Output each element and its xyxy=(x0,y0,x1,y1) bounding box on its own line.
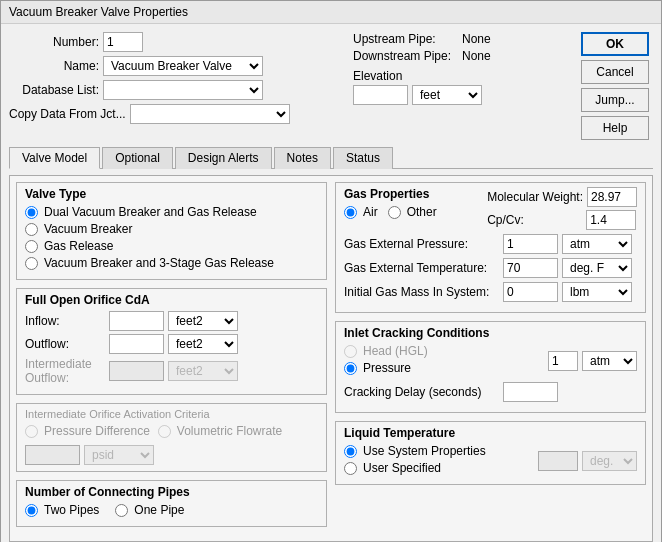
intermediate-unit-select[interactable]: feet2 xyxy=(168,361,238,381)
tab-bar: Valve Model Optional Design Alerts Notes… xyxy=(9,146,653,169)
volumetric-label: Volumetric Flowrate xyxy=(177,424,282,438)
head-hgl-option[interactable]: Head (HGL) xyxy=(344,344,540,358)
inflow-label: Inflow: xyxy=(25,314,105,328)
downstream-value: None xyxy=(462,49,491,63)
one-pipe-option[interactable]: One Pipe xyxy=(115,503,184,517)
liquid-temp-input[interactable] xyxy=(538,451,578,471)
elevation-label: Elevation xyxy=(353,69,573,83)
inlet-cracking-section: Inlet Cracking Conditions Head (HGL) Pre… xyxy=(335,321,646,413)
ext-temp-input[interactable] xyxy=(503,258,558,278)
number-input[interactable] xyxy=(103,32,143,52)
system-label: Use System Properties xyxy=(363,444,486,458)
copy-label: Copy Data From Jct... xyxy=(9,107,126,121)
cancel-button[interactable]: Cancel xyxy=(581,60,649,84)
pressure-diff-label: Pressure Difference xyxy=(44,424,150,438)
name-select[interactable]: Vacuum Breaker Valve xyxy=(103,56,263,76)
db-select[interactable] xyxy=(103,80,263,100)
volumetric-option[interactable]: Volumetric Flowrate xyxy=(158,424,282,438)
main-panel: Valve Type Dual Vacuum Breaker and Gas R… xyxy=(9,175,653,542)
valve-type-section: Valve Type Dual Vacuum Breaker and Gas R… xyxy=(16,182,327,280)
other-option[interactable]: Other xyxy=(388,205,437,219)
dialog-window: Vacuum Breaker Valve Properties Number: … xyxy=(0,0,662,542)
gas-properties-section: Gas Properties Air Other xyxy=(335,182,646,313)
mol-weight-label: Molecular Weight: xyxy=(487,190,583,204)
db-label: Database List: xyxy=(9,83,99,97)
air-option[interactable]: Air xyxy=(344,205,378,219)
cracking-delay-input[interactable] xyxy=(503,382,558,402)
ext-temp-unit[interactable]: deg. F xyxy=(562,258,632,278)
ext-pressure-input[interactable] xyxy=(503,234,558,254)
dialog-title: Vacuum Breaker Valve Properties xyxy=(9,5,188,19)
cp-cv-label: Cp/Cv: xyxy=(487,213,582,227)
intermediate-input[interactable] xyxy=(109,361,164,381)
intermediate-label: IntermediateOutflow: xyxy=(25,357,105,385)
inlet-cracking-title: Inlet Cracking Conditions xyxy=(344,326,637,340)
tab-design-alerts[interactable]: Design Alerts xyxy=(175,147,272,169)
outflow-input[interactable] xyxy=(109,334,164,354)
inflow-input[interactable] xyxy=(109,311,164,331)
upstream-value: None xyxy=(462,32,491,46)
outflow-unit-select[interactable]: feet2 xyxy=(168,334,238,354)
title-bar: Vacuum Breaker Valve Properties xyxy=(1,1,661,24)
outflow-label: Outflow: xyxy=(25,337,105,351)
jump-button[interactable]: Jump... xyxy=(581,88,649,112)
copy-select[interactable] xyxy=(130,104,290,124)
valve-type-option-1[interactable]: Vacuum Breaker xyxy=(25,222,318,236)
number-label: Number: xyxy=(9,35,99,49)
mol-weight-input[interactable] xyxy=(587,187,637,207)
valve-type-option-0[interactable]: Dual Vacuum Breaker and Gas Release xyxy=(25,205,318,219)
help-button[interactable]: Help xyxy=(581,116,649,140)
user-label: User Specified xyxy=(363,461,441,475)
upstream-label: Upstream Pipe: xyxy=(353,32,458,46)
init-mass-input[interactable] xyxy=(503,282,558,302)
air-label: Air xyxy=(363,205,378,219)
tab-optional[interactable]: Optional xyxy=(102,147,173,169)
activation-unit-select[interactable]: psid xyxy=(84,445,154,465)
pressure-cracking-option[interactable]: Pressure xyxy=(344,361,540,375)
elevation-unit-select[interactable]: feet xyxy=(412,85,482,105)
user-specified-option[interactable]: User Specified xyxy=(344,461,530,475)
cp-cv-input[interactable] xyxy=(586,210,636,230)
pressure-diff-option[interactable]: Pressure Difference xyxy=(25,424,150,438)
orifice-title: Full Open Orifice CdA xyxy=(25,293,318,307)
valve-type-title: Valve Type xyxy=(25,187,318,201)
liquid-temp-unit[interactable]: deg. F xyxy=(582,451,637,471)
tab-status[interactable]: Status xyxy=(333,147,393,169)
elevation-input[interactable] xyxy=(353,85,408,105)
downstream-label: Downstream Pipe: xyxy=(353,49,458,63)
init-mass-unit[interactable]: lbm xyxy=(562,282,632,302)
pressure-cracking-label: Pressure xyxy=(363,361,411,375)
liquid-temp-section: Liquid Temperature Use System Properties… xyxy=(335,421,646,485)
two-pipes-option[interactable]: Two Pipes xyxy=(25,503,99,517)
valve-type-option-2[interactable]: Gas Release xyxy=(25,239,318,253)
cracking-delay-label: Cracking Delay (seconds) xyxy=(344,385,499,399)
init-mass-label: Initial Gas Mass In System: xyxy=(344,285,499,299)
head-label: Head (HGL) xyxy=(363,344,428,358)
orifice-section: Full Open Orifice CdA Inflow: feet2 Outf… xyxy=(16,288,327,395)
cracking-unit-select[interactable]: atm xyxy=(582,351,637,371)
ok-button[interactable]: OK xyxy=(581,32,649,56)
valve-type-option-3[interactable]: Vacuum Breaker and 3-Stage Gas Release xyxy=(25,256,318,270)
connecting-pipes-title: Number of Connecting Pipes xyxy=(25,485,318,499)
liquid-temp-title: Liquid Temperature xyxy=(344,426,637,440)
activation-value-input[interactable] xyxy=(25,445,80,465)
use-system-option[interactable]: Use System Properties xyxy=(344,444,530,458)
inflow-unit-select[interactable]: feet2 xyxy=(168,311,238,331)
tab-valve-model[interactable]: Valve Model xyxy=(9,147,100,169)
ext-pressure-unit[interactable]: atm xyxy=(562,234,632,254)
activation-section: Intermediate Orifice Activation Criteria… xyxy=(16,403,327,472)
ext-pressure-label: Gas External Pressure: xyxy=(344,237,499,251)
gas-properties-title: Gas Properties xyxy=(344,187,437,201)
activation-title: Intermediate Orifice Activation Criteria xyxy=(25,408,318,420)
cracking-value-input[interactable] xyxy=(548,351,578,371)
tab-notes[interactable]: Notes xyxy=(274,147,331,169)
ext-temp-label: Gas External Temperature: xyxy=(344,261,499,275)
name-label: Name: xyxy=(9,59,99,73)
connecting-pipes-section: Number of Connecting Pipes Two Pipes One… xyxy=(16,480,327,527)
other-label: Other xyxy=(407,205,437,219)
